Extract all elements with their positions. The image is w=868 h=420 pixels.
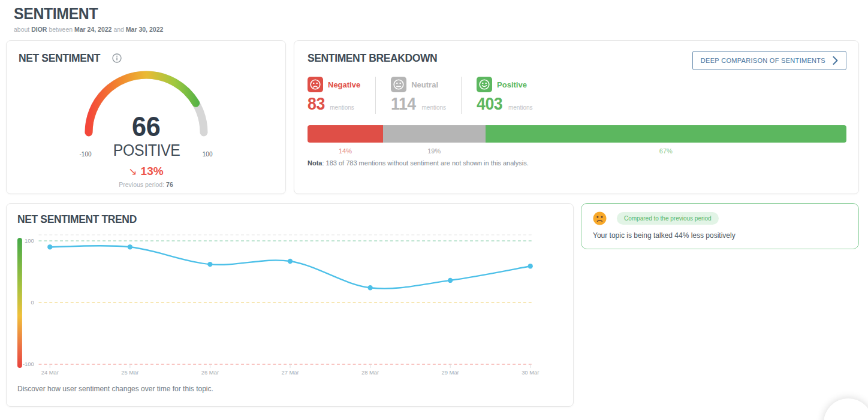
neutral-count: 114 — [391, 94, 416, 114]
neutral-bar-segment — [383, 125, 486, 143]
svg-text:26 Mar: 26 Mar — [201, 369, 219, 376]
neutral-stat: Neutral 114 mentions — [375, 77, 461, 114]
sentiment-breakdown-title: SENTIMENT BREAKDOWN — [308, 52, 448, 64]
delta-percent: 13% — [141, 165, 164, 177]
trend-description: Discover how user sentiment changes over… — [17, 385, 562, 393]
sentiment-breakdown-card: SENTIMENT BREAKDOWN DEEP COMPARISON OF S… — [294, 40, 859, 194]
svg-text:28 Mar: 28 Mar — [361, 369, 379, 376]
negative-bar-column: 14% — [308, 125, 383, 155]
negative-bar-segment — [308, 125, 383, 143]
positive-stat: Positive 403 mentions — [461, 77, 547, 114]
gauge-min-label: -100 — [80, 151, 92, 160]
sad-face-icon — [308, 77, 323, 92]
svg-text:100: 100 — [25, 237, 34, 244]
negative-label: Negative — [328, 80, 360, 89]
positive-unit: mentions — [508, 104, 533, 111]
net-sentiment-title: NET SENTIMENT — [19, 52, 107, 65]
sentiment-classification: POSITIVE — [110, 141, 183, 160]
sentiment-stats: Negative 83 mentions — [308, 77, 846, 114]
negative-percent: 14% — [308, 147, 383, 155]
negative-count: 83 — [308, 94, 325, 114]
positive-bar-segment — [486, 125, 846, 143]
topic-name: DIOR — [31, 26, 47, 33]
gauge-max-label: 100 — [203, 151, 213, 160]
info-icon[interactable] — [112, 53, 122, 63]
comparison-badge: Compared to the previous period — [617, 212, 719, 225]
svg-text:29 Mar: 29 Mar — [442, 369, 459, 376]
sentiment-delta: ↘13% — [19, 165, 273, 178]
negative-stat: Negative 83 mentions — [308, 77, 375, 114]
chevron-right-icon — [833, 56, 838, 65]
deep-comparison-label: DEEP COMPARISON OF SENTIMENTS — [701, 57, 825, 64]
neutral-unit: mentions — [422, 104, 447, 111]
neutral-bar-column: 19% — [383, 125, 486, 155]
start-date: Mar 24, 2022 — [74, 26, 111, 33]
happy-face-icon — [477, 77, 492, 92]
neutral-face-icon — [391, 77, 406, 92]
svg-text:-100: -100 — [23, 361, 34, 367]
sentiment-scale-gradient-bar — [17, 238, 22, 368]
positive-bar-column: 67% — [486, 125, 846, 155]
report-scope-subtitle: about DIOR between Mar 24, 2022 and Mar … — [6, 26, 859, 33]
neutral-percent: 19% — [383, 147, 486, 155]
net-sentiment-card: NET SENTIMENT — [6, 40, 286, 194]
analysis-note: Nota: 183 of 783 mentions without sentim… — [308, 159, 846, 167]
svg-text:0: 0 — [31, 299, 34, 306]
subtitle-prefix: about — [14, 26, 29, 33]
frowning-face-emoji-icon — [593, 211, 607, 225]
subtitle-between: between — [49, 26, 73, 33]
deep-comparison-button[interactable]: DEEP COMPARISON OF SENTIMENTS — [692, 51, 846, 70]
insight-callout: Compared to the previous period Your top… — [581, 203, 859, 249]
negative-unit: mentions — [330, 104, 354, 111]
svg-text:30 Mar: 30 Mar — [522, 369, 539, 376]
insight-text: Your topic is being talked 44% less posi… — [593, 231, 847, 240]
trend-line-chart[interactable]: 1000-10024 Mar25 Mar26 Mar27 Mar28 Mar29… — [17, 232, 563, 379]
sentiment-distribution-bar: 14% 19% 67% — [308, 125, 846, 155]
sentiment-gauge: 66 — [80, 70, 213, 140]
note-label: Nota — [308, 159, 322, 167]
sentiment-dashboard: SENTIMENT about DIOR between Mar 24, 202… — [0, 0, 868, 420]
end-date: Mar 30, 2022 — [126, 26, 163, 33]
trend-title: NET SENTIMENT TREND — [17, 213, 147, 225]
positive-count: 403 — [477, 94, 502, 114]
previous-period: Previous period: 76 — [19, 181, 273, 188]
positive-label: Positive — [497, 80, 527, 89]
net-sentiment-trend-card: NET SENTIMENT TREND 1000-10024 Mar25 Mar… — [6, 203, 574, 407]
svg-text:24 Mar: 24 Mar — [41, 369, 59, 376]
net-sentiment-value: 66 — [80, 110, 213, 143]
svg-text:25 Mar: 25 Mar — [121, 369, 138, 376]
note-text: : 183 of 783 mentions without sentiment … — [322, 159, 528, 167]
page-title: SENTIMENT — [6, 5, 859, 23]
positive-percent: 67% — [486, 147, 846, 155]
down-right-arrow-icon: ↘ — [128, 166, 137, 177]
svg-text:27 Mar: 27 Mar — [281, 369, 299, 376]
previous-period-label: Previous period: — [119, 181, 164, 188]
neutral-label: Neutral — [411, 80, 438, 89]
subtitle-and: and — [113, 26, 124, 33]
previous-period-value: 76 — [166, 181, 173, 188]
